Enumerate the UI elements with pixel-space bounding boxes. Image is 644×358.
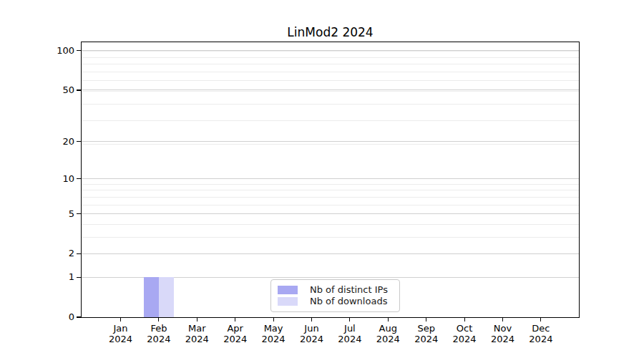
x-tick-label-line: 2024 [482,334,525,344]
x-tick-label-line: 2024 [328,334,371,344]
y-tick-mark [77,253,81,254]
plot-area [81,42,580,318]
x-tick-label-line: Sep [405,323,448,334]
x-tick-label: Mar2024 [175,323,218,344]
x-tick-mark [158,318,159,321]
x-tick-label-line: Feb [137,323,180,334]
x-tick-mark [464,318,465,321]
y-tick-label: 10 [31,173,74,185]
bar-layer [82,42,579,317]
bar-nb-of-distinct-ips [144,277,159,317]
legend-item-downloads: Nb of downloads [278,296,394,306]
y-tick-label: 0 [31,311,74,323]
x-tick-label: Jan2024 [99,323,142,344]
x-tick-label: Jul2024 [328,323,371,344]
x-tick-label-line: 2024 [519,334,562,344]
x-tick-mark [311,318,312,321]
legend-swatch-downloads [278,297,298,306]
x-tick-label-line: Oct [443,323,486,334]
y-tick-mark [77,50,81,51]
x-tick-label-line: Mar [175,323,218,334]
x-tick-mark [388,318,389,321]
legend-label-distinct-ips: Nb of distinct IPs [310,285,388,295]
legend: Nb of distinct IPs Nb of downloads [270,279,400,312]
x-tick-mark [273,318,274,321]
x-tick-label-line: 2024 [405,334,448,344]
y-tick-label: 1 [31,271,74,283]
legend-swatch-distinct-ips [278,286,298,294]
legend-item-distinct-ips: Nb of distinct IPs [278,285,394,295]
x-tick-label-line: 2024 [252,334,295,344]
x-tick-mark [540,318,541,321]
x-tick-mark [197,318,197,321]
y-tick-mark [77,213,81,214]
x-tick-label-line: 2024 [291,334,333,344]
x-tick-label-line: 2024 [99,334,142,344]
x-tick-label-line: Jan [99,323,142,334]
x-tick-label-line: Apr [214,323,257,334]
x-tick-label-line: 2024 [443,334,486,344]
x-tick-label-line: May [252,323,295,334]
x-tick-label-line: Jul [328,323,371,334]
x-tick-mark [235,318,235,321]
x-tick-mark [502,318,503,321]
y-tick-label: 20 [31,136,74,147]
bar-nb-of-downloads [159,277,174,317]
x-tick-label: Sep2024 [405,323,448,344]
x-tick-label: May2024 [252,323,295,344]
y-tick-label: 100 [31,45,74,57]
x-tick-label-line: 2024 [175,334,218,344]
chart-title: LinMod2 2024 [81,25,580,39]
x-tick-label: Apr2024 [214,323,257,344]
x-tick-label: Aug2024 [366,323,409,344]
x-tick-label: Jun2024 [291,323,333,344]
x-tick-label: Oct2024 [443,323,486,344]
x-tick-mark [426,318,426,321]
y-tick-mark [77,277,81,278]
x-tick-mark [349,318,350,321]
x-tick-label-line: Nov [482,323,525,334]
x-tick-label-line: Aug [366,323,409,334]
x-tick-label: Dec2024 [519,323,562,344]
x-tick-label: Feb2024 [137,323,180,344]
x-tick-mark [120,318,121,321]
x-tick-label-line: Jun [291,323,333,334]
x-tick-label: Nov2024 [482,323,525,344]
y-tick-label: 2 [31,248,74,259]
y-tick-mark [77,316,81,317]
legend-label-downloads: Nb of downloads [310,296,387,306]
y-tick-label: 5 [31,208,74,220]
x-tick-label-line: 2024 [214,334,257,344]
y-tick-mark [77,141,81,142]
x-tick-label-line: 2024 [137,334,180,344]
x-tick-label-line: Dec [519,323,562,334]
y-tick-mark [77,90,81,90]
y-tick-label: 50 [31,84,74,96]
x-tick-label-line: 2024 [366,334,409,344]
chart-figure: LinMod2 2024 0125102050100Jan2024Feb2024… [0,0,644,358]
y-tick-mark [77,178,81,179]
